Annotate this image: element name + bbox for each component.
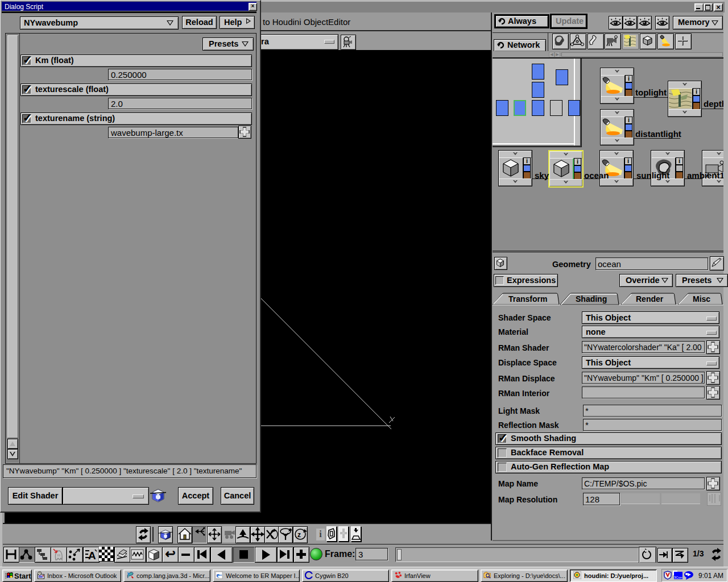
svg-text:Shading: Shading bbox=[576, 294, 607, 304]
svg-text:Misc: Misc bbox=[693, 294, 710, 304]
svg-text:Transform: Transform bbox=[508, 294, 547, 304]
svg-text:Render: Render bbox=[636, 294, 664, 304]
svg-text:A: A bbox=[88, 550, 96, 562]
svg-text:3Com: 3Com bbox=[674, 576, 682, 579]
svg-text:z: z bbox=[297, 531, 301, 539]
